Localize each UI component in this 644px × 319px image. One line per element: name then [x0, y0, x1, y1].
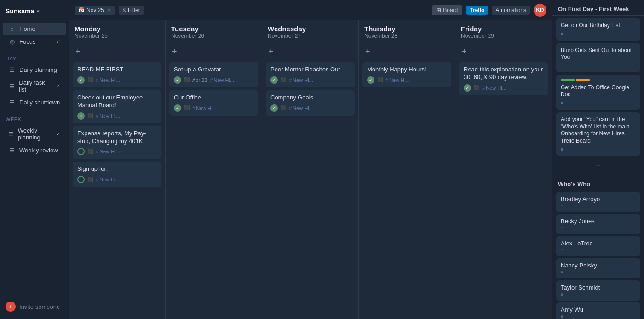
person-card-p5[interactable]: Taylor Schmidt ≡: [556, 280, 640, 301]
panel-card-icon-rp2: ≡: [561, 63, 564, 69]
panel-add-card-button[interactable]: +: [552, 158, 644, 172]
sidebar-item-weekly-review-label: Weekly review: [19, 147, 58, 154]
panel-card-icon-rp3: ≡: [561, 100, 564, 106]
card-c3[interactable]: Expense reports, My Pay-stub, Changing m…: [73, 126, 161, 159]
person-card-p6[interactable]: Amy Wu ≡: [556, 302, 640, 319]
card-check-c8: ✓: [270, 104, 278, 112]
card-meta-c10: ✓ ⬛ #New Hi...: [464, 84, 543, 92]
card-c5[interactable]: Set up a Gravatar ✓ ⬛ Apr 23 #New Hi...: [169, 62, 258, 87]
day-name-thursday: Thursday: [364, 25, 449, 33]
panel-card-meta-rp1: ≡: [561, 31, 636, 37]
person-card-p1[interactable]: Bradley Arroyo ≡: [556, 192, 640, 212]
panel-card-rp4[interactable]: Add your "You" card in the "Who's Who" l…: [556, 112, 640, 156]
invite-someone-button[interactable]: + Invite someone: [0, 298, 69, 315]
weekly-planning-icon: ☰: [8, 131, 14, 138]
card-meta-c9: ✓ ⬛ #New Hi...: [367, 76, 447, 84]
card-meta-c1: ✓ ⬛ #New Hi...: [77, 76, 157, 84]
sidebar-section-day: ⌂ Home ◎ Focus ✓: [0, 22, 69, 48]
panel-card-icon-rp4: ≡: [561, 146, 564, 152]
person-icon-p2: ≡: [561, 226, 636, 231]
person-card-p3[interactable]: Alex LeTrec ≡: [556, 236, 640, 256]
panel-card-meta-rp2: ≡: [561, 63, 636, 69]
day-header-monday: MondayNovember 25: [69, 20, 165, 43]
sidebar-section-daily: ☰ Daily planning ☷ Daily task list ✓ ☷ D…: [0, 63, 69, 109]
day-header-tuesday: TuesdayNovember 26: [166, 20, 262, 43]
sidebar-item-weekly-review[interactable]: ☷ Weekly review: [3, 144, 66, 157]
card-c8[interactable]: Company Goals ✓ ⬛ #New Hi...: [266, 90, 355, 116]
card-c7[interactable]: Peer Mentor Reaches Out ✓ ⬛ #New Hi...: [266, 62, 355, 87]
card-title-c6: Our Office: [174, 94, 253, 102]
date-filter-remove[interactable]: ✕: [107, 7, 111, 13]
card-check-c4: [77, 176, 85, 183]
person-card-p2[interactable]: Becky Jones ≡: [556, 214, 640, 234]
add-card-tuesday[interactable]: +: [169, 45, 258, 58]
trello-badge[interactable]: Trello: [466, 6, 488, 15]
sidebar-item-home[interactable]: ⌂ Home: [3, 23, 66, 35]
panel-card-title-rp2: Blurb Gets Sent Out to about You: [561, 47, 636, 61]
panel-card-title-rp4: Add your "You" card in the "Who's Who" l…: [561, 116, 636, 145]
day-name-wednesday: Wednesday: [268, 25, 353, 33]
panel-card-meta-rp4: ≡: [561, 146, 636, 152]
day-header-friday: FridayNovember 29: [455, 20, 552, 43]
card-tag-c3: #New Hi...: [96, 149, 120, 154]
panel-card-title-rp1: Get on Our Birthday List: [561, 22, 636, 29]
card-check-c9: ✓: [367, 76, 374, 84]
trello-icon-c1: ⬛: [87, 77, 93, 82]
user-avatar[interactable]: KD: [534, 4, 546, 17]
board-view-button[interactable]: ⊞ Board: [432, 5, 462, 15]
add-card-friday[interactable]: +: [459, 45, 548, 58]
panel-card-rp3[interactable]: Get Added To Office Google Doc ≡: [556, 75, 640, 110]
card-c10[interactable]: Read this explanation on your 30, 60, & …: [459, 62, 548, 95]
day-column-thursday: ThursdayNovember 28+ Monthly Happy Hours…: [359, 20, 455, 319]
panel-card-rp1[interactable]: Get on Our Birthday List ≡: [556, 18, 640, 41]
card-meta-c2: ✓ ⬛ #New Hi...: [77, 112, 157, 120]
sidebar-item-weekly-planning[interactable]: ☰ Weekly planning ✓: [3, 124, 66, 144]
person-card-p4[interactable]: Nancy Polsky ≡: [556, 258, 640, 278]
sidebar-item-daily-shutdown[interactable]: ☷ Daily shutdown: [3, 96, 66, 109]
weekly-review-icon: ☷: [8, 147, 16, 154]
invite-label: Invite someone: [19, 303, 60, 310]
day-header-thursday: ThursdayNovember 28: [359, 20, 455, 43]
panel-card-title-rp3: Get Added To Office Google Doc: [561, 84, 636, 99]
filter-chip[interactable]: ⧖ Filter: [119, 6, 144, 15]
day-date-thursday: November 28: [364, 33, 449, 39]
sidebar-item-focus[interactable]: ◎ Focus ✓: [3, 35, 66, 48]
trello-icon-c10: ⬛: [474, 85, 479, 90]
card-c1[interactable]: READ ME FIRST ✓ ⬛ #New Hi...: [73, 62, 161, 87]
card-title-c2: Check out our Employee Manual Board!: [77, 94, 157, 110]
daily-planning-icon: ☰: [8, 66, 16, 73]
home-icon: ⌂: [8, 25, 16, 32]
trello-icon-c7: ⬛: [281, 77, 286, 82]
card-title-c7: Peer Mentor Reaches Out: [270, 66, 350, 74]
automations-badge[interactable]: Automations: [492, 6, 530, 15]
focus-icon: ◎: [8, 38, 16, 45]
card-tag-c8: #New Hi...: [289, 105, 313, 111]
card-tag-c5: #New Hi...: [210, 77, 234, 83]
trello-icon-c4: ⬛: [87, 177, 93, 182]
brand-logo[interactable]: Sunsama ▾: [0, 4, 69, 22]
card-title-c9: Monthly Happy Hours!: [367, 66, 447, 74]
card-c6[interactable]: Our Office ✓ ⬛ #New Hi...: [169, 90, 258, 116]
focus-check: ✓: [56, 39, 60, 45]
card-check-c2: ✓: [77, 112, 85, 120]
card-c2[interactable]: Check out our Employee Manual Board! ✓ ⬛…: [73, 90, 161, 123]
date-filter-label: Nov 25: [86, 7, 104, 13]
panel-card-rp2[interactable]: Blurb Gets Sent Out to about You ≡: [556, 43, 640, 72]
panel-section-title: On First Day - First Week: [552, 0, 644, 16]
right-panel: On First Day - First Week Get on Our Bir…: [552, 0, 644, 319]
day-column-wednesday: WednesdayNovember 27+ Peer Mentor Reache…: [262, 20, 359, 319]
daily-task-check: ✓: [56, 83, 60, 89]
person-icon-p3: ≡: [561, 248, 636, 253]
card-date-c5: Apr 23: [192, 77, 207, 83]
sidebar-item-daily-planning[interactable]: ☰ Daily planning: [3, 64, 66, 76]
add-card-monday[interactable]: +: [73, 45, 161, 58]
add-card-wednesday[interactable]: +: [266, 45, 355, 58]
card-title-c4: Sign up for:: [77, 165, 157, 173]
card-c9[interactable]: Monthly Happy Hours! ✓ ⬛ #New Hi...: [362, 62, 451, 87]
add-card-thursday[interactable]: +: [362, 45, 451, 58]
card-tag-c2: #New Hi...: [96, 113, 120, 119]
card-c4[interactable]: Sign up for: ⬛ #New Hi...: [73, 162, 161, 187]
date-filter-chip[interactable]: 📅 Nov 25 ✕: [75, 6, 115, 15]
sidebar-item-daily-task-list[interactable]: ☷ Daily task list ✓: [3, 76, 66, 96]
panel-card-icon-rp1: ≡: [561, 31, 564, 37]
